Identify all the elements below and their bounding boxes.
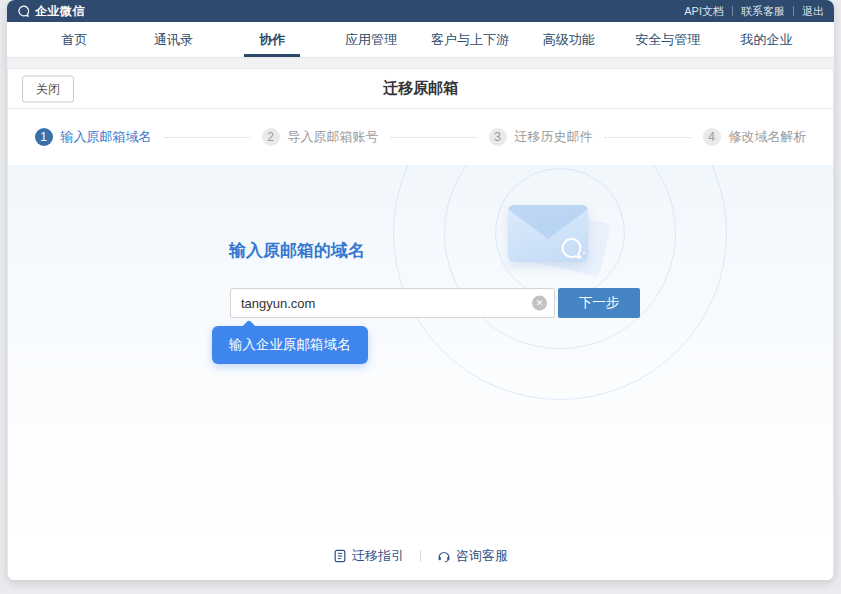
footer-separator	[420, 550, 421, 562]
step-4-number: 4	[703, 128, 721, 146]
topbar-separator	[732, 6, 733, 16]
close-button[interactable]: 关闭	[22, 75, 74, 102]
step-1-label: 输入原邮箱域名	[61, 128, 152, 146]
step-4: 4 修改域名解析	[703, 128, 807, 146]
topbar-separator	[793, 6, 794, 16]
nav-item-contacts[interactable]: 通讯录	[124, 22, 223, 57]
nav-item-customers[interactable]: 客户与上下游	[421, 22, 520, 57]
page-title: 迁移原邮箱	[383, 79, 458, 98]
brand-label: 企业微信	[35, 3, 85, 20]
migration-card: 关闭 迁移原邮箱 1 输入原邮箱域名 2 导入原邮箱账号 3 迁移历史邮件 4 …	[7, 68, 834, 580]
nav-item-advanced[interactable]: 高级功能	[519, 22, 618, 57]
form-heading: 输入原邮箱的域名	[229, 239, 365, 262]
card-footer: 迁移指引 咨询客服	[8, 532, 833, 580]
main-nav: 首页 通讯录 协作 应用管理 客户与上下游 高级功能 安全与管理 我的企业	[7, 22, 834, 58]
step-3-number: 3	[489, 128, 507, 146]
wecom-bubble-on-envelope	[563, 239, 585, 258]
domain-input[interactable]	[230, 288, 555, 318]
step-connector	[164, 137, 250, 138]
step-content: 输入原邮箱的域名 ✕ 下一步 输入企业原邮箱域名	[8, 165, 833, 532]
next-step-button[interactable]: 下一步	[558, 288, 640, 318]
step-2-label: 导入原邮箱账号	[288, 128, 379, 146]
topbar: 企业微信 API文档 联系客服 退出	[7, 0, 834, 22]
nav-item-my-company[interactable]: 我的企业	[717, 22, 816, 57]
topbar-links: API文档 联系客服 退出	[684, 4, 824, 19]
migration-guide-link[interactable]: 迁移指引	[333, 547, 404, 565]
nav-card-gap	[7, 58, 834, 68]
domain-form: ✕ 下一步	[230, 288, 640, 318]
nav-item-security[interactable]: 安全与管理	[618, 22, 717, 57]
nav-item-apps[interactable]: 应用管理	[322, 22, 421, 57]
brand: 企业微信	[17, 3, 85, 20]
card-header: 关闭 迁移原邮箱	[8, 69, 833, 109]
nav-item-label: 协作	[259, 31, 285, 49]
nav-item-home[interactable]: 首页	[25, 22, 124, 57]
step-2-number: 2	[262, 128, 280, 146]
contact-support-footer-label: 咨询客服	[456, 547, 508, 565]
step-connector	[605, 137, 691, 138]
step-connector	[391, 137, 477, 138]
contact-support-footer-link[interactable]: 咨询客服	[437, 547, 508, 565]
document-icon	[333, 549, 347, 563]
step-2: 2 导入原邮箱账号	[262, 128, 379, 146]
step-1-number: 1	[35, 128, 53, 146]
step-3-label: 迁移历史邮件	[515, 128, 593, 146]
step-4-label: 修改域名解析	[729, 128, 807, 146]
step-3: 3 迁移历史邮件	[489, 128, 593, 146]
logout-link[interactable]: 退出	[802, 4, 824, 19]
domain-input-wrap: ✕	[230, 288, 555, 318]
contact-support-link[interactable]: 联系客服	[741, 4, 785, 19]
wecom-bubble-icon	[17, 4, 31, 18]
step-1: 1 输入原邮箱域名	[35, 128, 152, 146]
app-window: 企业微信 API文档 联系客服 退出 首页 通讯录 协作 应用管理 客户与上下游…	[7, 0, 834, 580]
headset-icon	[437, 549, 451, 563]
active-tab-underline	[244, 54, 300, 57]
nav-item-collaboration[interactable]: 协作	[223, 22, 322, 57]
envelope-illustration	[508, 205, 588, 262]
migration-guide-label: 迁移指引	[352, 547, 404, 565]
clear-input-icon[interactable]: ✕	[532, 296, 547, 311]
input-tooltip: 输入企业原邮箱域名	[212, 326, 368, 364]
step-indicator: 1 输入原邮箱域名 2 导入原邮箱账号 3 迁移历史邮件 4 修改域名解析	[8, 109, 833, 165]
api-docs-link[interactable]: API文档	[684, 4, 724, 19]
